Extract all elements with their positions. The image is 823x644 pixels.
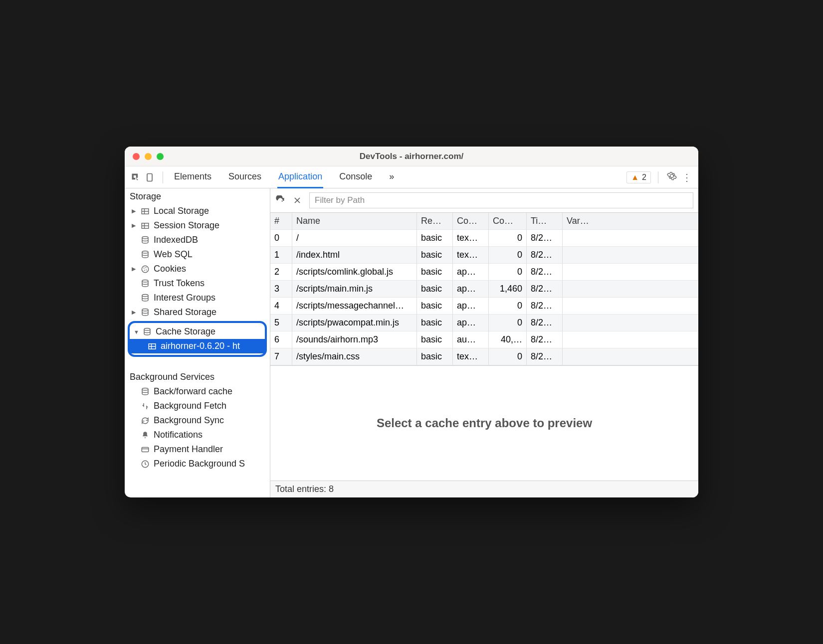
- chevron-right-icon: ▶: [132, 208, 138, 214]
- sidebar: Storage ▶Local Storage▶Session StorageIn…: [125, 188, 270, 497]
- svg-rect-0: [147, 173, 152, 181]
- table-row[interactable]: 6/sounds/airhorn.mp3basicau…40,…8/2…: [270, 331, 698, 348]
- cell-time-cached: 8/2…: [527, 264, 563, 281]
- filter-input[interactable]: [309, 192, 693, 208]
- clear-icon[interactable]: [292, 195, 302, 205]
- bell-icon: [141, 431, 151, 440]
- sidebar-item-interest-groups[interactable]: Interest Groups: [125, 291, 270, 305]
- tab-sources[interactable]: Sources: [227, 166, 262, 188]
- sidebar-item-payment-handler[interactable]: Payment Handler: [125, 442, 270, 457]
- main-toolbar: Elements Sources Application Console » ▲…: [125, 166, 698, 188]
- maximize-window-button[interactable]: [157, 153, 164, 160]
- col-response[interactable]: Re…: [417, 213, 453, 230]
- main-area: Storage ▶Local Storage▶Session StorageIn…: [125, 188, 698, 497]
- table-row[interactable]: 7/styles/main.cssbasictex…08/2…: [270, 348, 698, 365]
- cell-name: /scripts/comlink.global.js: [292, 264, 417, 281]
- svg-point-8: [142, 251, 148, 253]
- sidebar-item-label: airhorner-0.6.20 - ht: [161, 341, 240, 351]
- db-icon: [141, 250, 151, 259]
- background-services-heading: Background Services: [125, 370, 270, 384]
- sidebar-item-cache-entry[interactable]: airhorner-0.6.20 - ht: [130, 339, 265, 353]
- col-name[interactable]: Name: [292, 213, 417, 230]
- sidebar-item-cache-storage[interactable]: ▼ Cache Storage: [130, 324, 265, 339]
- col-time-cached[interactable]: Ti…: [527, 213, 563, 230]
- cell-name: /: [292, 230, 417, 247]
- table-row[interactable]: 2/scripts/comlink.global.jsbasicap…08/2…: [270, 264, 698, 281]
- col-content-length[interactable]: Co…: [489, 213, 527, 230]
- cache-table: # Name Re… Co… Co… Ti… Var… 0/basictex…0…: [270, 213, 698, 366]
- tab-console[interactable]: Console: [338, 166, 373, 188]
- preview-pane: Select a cache entry above to preview: [270, 366, 698, 481]
- db-icon: [141, 279, 151, 288]
- tab-elements[interactable]: Elements: [173, 166, 212, 188]
- col-index[interactable]: #: [270, 213, 292, 230]
- sidebar-item-label: Payment Handler: [154, 444, 223, 455]
- tab-application[interactable]: Application: [277, 166, 323, 188]
- more-menu-icon[interactable]: ⋮: [680, 171, 693, 183]
- cell-name: /scripts/pwacompat.min.js: [292, 315, 417, 331]
- issues-badge[interactable]: ▲ 2: [626, 171, 651, 183]
- cell-content-type: tex…: [453, 348, 489, 365]
- sidebar-item-session-storage[interactable]: ▶Session Storage: [125, 218, 270, 233]
- cell-content-length: 0: [489, 230, 527, 247]
- table-row[interactable]: 3/scripts/main.min.jsbasicap…1,4608/2…: [270, 281, 698, 298]
- cell-content-type: ap…: [453, 281, 489, 298]
- cell-vary: [563, 281, 698, 298]
- refresh-icon[interactable]: [275, 195, 285, 205]
- sidebar-item-indexeddb[interactable]: IndexedDB: [125, 233, 270, 247]
- storage-heading: Storage: [125, 189, 270, 204]
- sidebar-item-shared-storage[interactable]: ▶Shared Storage: [125, 305, 270, 320]
- sidebar-item-cookies[interactable]: ▶Cookies: [125, 262, 270, 276]
- sidebar-item-label: IndexedDB: [154, 235, 198, 245]
- cell-name: /index.html: [292, 247, 417, 264]
- svg-point-17: [144, 328, 150, 330]
- sidebar-item-background-fetch[interactable]: Background Fetch: [125, 399, 270, 413]
- cell-time-cached: 8/2…: [527, 247, 563, 264]
- table-row[interactable]: 0/basictex…08/2…: [270, 230, 698, 247]
- col-content-type[interactable]: Co…: [453, 213, 489, 230]
- cell-response: basic: [417, 331, 453, 348]
- cell-name: /styles/main.css: [292, 348, 417, 365]
- cell-vary: [563, 298, 698, 315]
- col-vary[interactable]: Var…: [563, 213, 698, 230]
- sidebar-item-label: Background Sync: [154, 415, 224, 426]
- sidebar-item-web-sql[interactable]: Web SQL: [125, 247, 270, 262]
- table-row[interactable]: 1/index.htmlbasictex…08/2…: [270, 247, 698, 264]
- settings-icon[interactable]: [665, 171, 678, 183]
- svg-point-15: [142, 294, 148, 297]
- grid-icon: [141, 207, 151, 216]
- svg-point-9: [142, 266, 149, 273]
- panel-tabs: Elements Sources Application Console »: [173, 166, 395, 188]
- toolbar-divider: [163, 171, 163, 183]
- more-tabs-icon[interactable]: »: [388, 166, 395, 188]
- close-window-button[interactable]: [133, 153, 140, 160]
- minimize-window-button[interactable]: [145, 153, 152, 160]
- sidebar-item-label: Notifications: [154, 430, 203, 440]
- cell-content-length: 0: [489, 247, 527, 264]
- sidebar-item-notifications[interactable]: Notifications: [125, 428, 270, 442]
- chevron-down-icon: ▼: [134, 329, 140, 335]
- grid-icon: [148, 342, 158, 351]
- inspect-element-icon[interactable]: [130, 171, 142, 183]
- table-row[interactable]: 5/scripts/pwacompat.min.jsbasicap…08/2…: [270, 315, 698, 331]
- sidebar-item-periodic-background-s[interactable]: Periodic Background S: [125, 457, 270, 471]
- content-toolbar: [270, 188, 698, 213]
- cell-index: 6: [270, 331, 292, 348]
- sidebar-item-background-sync[interactable]: Background Sync: [125, 413, 270, 428]
- device-toggle-icon[interactable]: [144, 171, 156, 183]
- cell-name: /scripts/main.min.js: [292, 281, 417, 298]
- sidebar-item-trust-tokens[interactable]: Trust Tokens: [125, 276, 270, 291]
- cell-content-length: 0: [489, 264, 527, 281]
- svg-point-7: [142, 236, 148, 239]
- sidebar-item-back-forward-cache[interactable]: Back/forward cache: [125, 384, 270, 399]
- cell-time-cached: 8/2…: [527, 348, 563, 365]
- sidebar-item-label: Cookies: [154, 264, 186, 274]
- svg-point-11: [146, 267, 147, 268]
- cell-vary: [563, 264, 698, 281]
- cell-vary: [563, 348, 698, 365]
- traffic-lights: [133, 153, 164, 160]
- sidebar-item-local-storage[interactable]: ▶Local Storage: [125, 204, 270, 218]
- table-row[interactable]: 4/scripts/messagechannel…basicap…08/2…: [270, 298, 698, 315]
- clock-icon: [141, 460, 151, 469]
- sidebar-item-label: Back/forward cache: [154, 386, 232, 397]
